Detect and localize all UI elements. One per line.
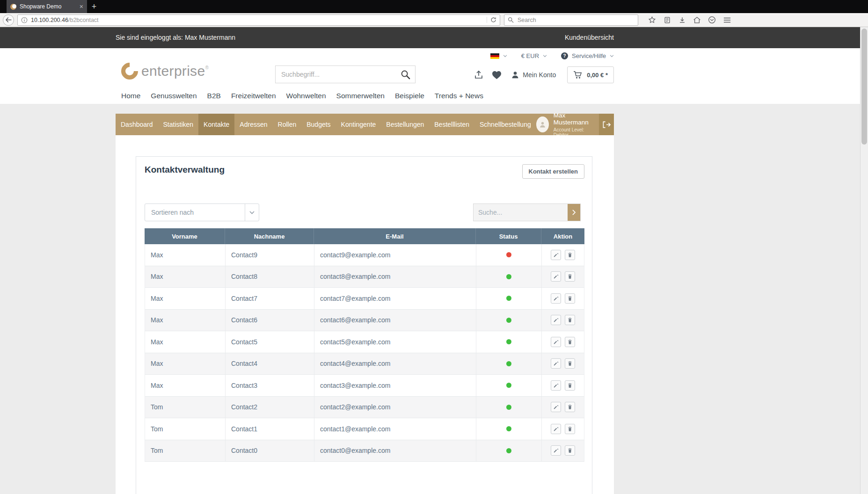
table-row: Tom Contact1 contact1@example.com — [145, 418, 584, 440]
info-icon[interactable] — [21, 17, 28, 23]
b2b-nav-item-adressen[interactable]: Adressen — [234, 114, 272, 135]
status-dot — [506, 361, 511, 366]
cell-email: contact4@example.com — [314, 353, 476, 375]
edit-contact-button[interactable] — [551, 445, 561, 456]
language-selector[interactable] — [490, 53, 507, 59]
main-nav-item-b2b[interactable]: B2B — [202, 92, 226, 100]
main-nav-item-beispiele[interactable]: Beispiele — [390, 92, 430, 100]
b2b-nav-item-kontakte[interactable]: Kontakte — [198, 114, 234, 135]
currency-selector[interactable]: € EUR — [521, 52, 547, 59]
b2b-nav-item-bestellungen[interactable]: Bestellungen — [381, 114, 429, 135]
delete-contact-button[interactable] — [565, 445, 575, 456]
delete-contact-button[interactable] — [565, 358, 575, 369]
column-header-status[interactable]: Status — [476, 228, 541, 244]
scrollbar-thumb[interactable] — [861, 29, 867, 145]
cell-aktion — [542, 375, 584, 396]
wishlist-heart-icon[interactable] — [492, 71, 502, 80]
delete-contact-button[interactable] — [565, 293, 575, 304]
b2b-nav-item-statistiken[interactable]: Statistiken — [158, 114, 199, 135]
grid-search-input[interactable] — [474, 204, 568, 221]
b2b-nav-item-kontingente[interactable]: Kontingente — [336, 114, 381, 135]
trash-icon — [567, 426, 573, 432]
logout-button[interactable] — [599, 114, 614, 135]
browser-tab[interactable]: Shopware Demo × — [7, 0, 87, 13]
grid-search-submit-button[interactable] — [568, 204, 580, 221]
delete-contact-button[interactable] — [565, 402, 575, 412]
cell-vorname: Tom — [145, 397, 226, 418]
cell-status — [476, 266, 542, 288]
edit-contact-button[interactable] — [551, 293, 561, 304]
chevron-down-icon — [610, 55, 614, 58]
edit-contact-button[interactable] — [551, 402, 561, 412]
delete-contact-button[interactable] — [565, 424, 575, 434]
status-dot — [506, 252, 511, 257]
column-header-nachname[interactable]: Nachname — [225, 228, 314, 244]
page-scrollbar[interactable] — [860, 27, 868, 494]
reload-button[interactable] — [487, 17, 496, 23]
column-header-aktion[interactable]: Aktion — [541, 228, 584, 244]
cell-nachname: Contact6 — [226, 310, 314, 331]
my-account-button[interactable]: Mein Konto — [511, 71, 556, 79]
cell-vorname: Max — [145, 310, 226, 331]
b2b-nav-item-budgets[interactable]: Budgets — [301, 114, 336, 135]
b2b-nav-item-dashboard[interactable]: Dashboard — [116, 114, 158, 135]
delete-contact-button[interactable] — [565, 380, 575, 391]
edit-contact-button[interactable] — [551, 250, 561, 260]
delete-contact-button[interactable] — [565, 271, 575, 282]
main-nav-item-genusswelten[interactable]: Genusswelten — [146, 92, 202, 100]
cell-nachname: Contact4 — [226, 353, 314, 375]
shop-logo[interactable]: enterprise® — [121, 63, 209, 80]
cell-status — [476, 418, 542, 440]
table-row: Max Contact7 contact7@example.com — [145, 288, 584, 310]
main-nav-item-sommerwelten[interactable]: Sommerwelten — [331, 92, 390, 100]
shop-search-input[interactable] — [276, 71, 401, 78]
library-icon[interactable] — [663, 16, 671, 24]
column-header-e-mail[interactable]: E-Mail — [314, 228, 476, 244]
pocket-icon[interactable] — [708, 16, 716, 24]
compare-upload-icon[interactable] — [474, 70, 483, 80]
main-nav-item-wohnwelten[interactable]: Wohnwelten — [281, 92, 331, 100]
edit-contact-button[interactable] — [551, 424, 561, 434]
column-header-vorname[interactable]: Vorname — [145, 228, 225, 244]
browser-search-input[interactable] — [517, 16, 635, 24]
edit-contact-button[interactable] — [551, 380, 561, 391]
b2b-nav-item-bestelllisten[interactable]: Bestelllisten — [429, 114, 474, 135]
logo-text: enterprise® — [141, 63, 209, 79]
grid-search-field[interactable] — [473, 203, 581, 221]
logged-in-text: Sie sind eingeloggt als: Max Mustermann — [116, 27, 235, 48]
cart-button[interactable]: 0,00 € * — [567, 66, 614, 83]
customer-overview-link[interactable]: Kundenübersicht — [565, 27, 614, 48]
browser-search-bar[interactable] — [504, 15, 638, 26]
create-contact-button[interactable]: Kontakt erstellen — [522, 164, 584, 179]
cell-aktion — [542, 353, 584, 375]
delete-contact-button[interactable] — [565, 250, 575, 260]
search-magnifier-icon[interactable] — [401, 70, 410, 80]
edit-contact-button[interactable] — [551, 315, 561, 325]
main-nav-item-freizeitwelten[interactable]: Freizeitwelten — [226, 92, 281, 100]
home-icon[interactable] — [693, 16, 701, 24]
edit-contact-button[interactable] — [551, 337, 561, 347]
address-bar[interactable]: 10.100.200.46/b2bcontact — [17, 15, 500, 26]
b2b-user-block[interactable]: Max Mustermann Account Level: Debitor — [536, 114, 592, 135]
menu-hamburger-icon[interactable] — [722, 17, 731, 23]
shop-search-field[interactable] — [275, 65, 416, 83]
delete-contact-button[interactable] — [565, 337, 575, 347]
downloads-icon[interactable] — [678, 16, 686, 24]
delete-contact-button[interactable] — [565, 315, 575, 325]
edit-contact-button[interactable] — [551, 271, 561, 282]
tab-close-icon[interactable]: × — [80, 3, 83, 10]
back-button[interactable] — [3, 15, 14, 26]
b2b-nav-item-schnellbestellung[interactable]: Schnellbestellung — [474, 114, 536, 135]
grid-header: VornameNachnameE-MailStatusAktion — [145, 228, 584, 244]
service-help-menu[interactable]: ? Service/Hilfe — [561, 52, 614, 59]
new-tab-button[interactable]: + — [87, 0, 101, 13]
main-nav-item-trends-news[interactable]: Trends + News — [430, 92, 489, 100]
b2b-nav-item-rollen[interactable]: Rollen — [273, 114, 302, 135]
sort-select[interactable]: Sortieren nach — [145, 203, 259, 221]
bookmark-star-icon[interactable] — [648, 16, 656, 24]
edit-contact-button[interactable] — [551, 358, 561, 369]
pencil-icon — [553, 383, 559, 388]
pencil-icon — [553, 252, 559, 258]
main-nav-item-home[interactable]: Home — [116, 92, 146, 100]
url-text[interactable]: 10.100.200.46/b2bcontact — [31, 17, 483, 23]
